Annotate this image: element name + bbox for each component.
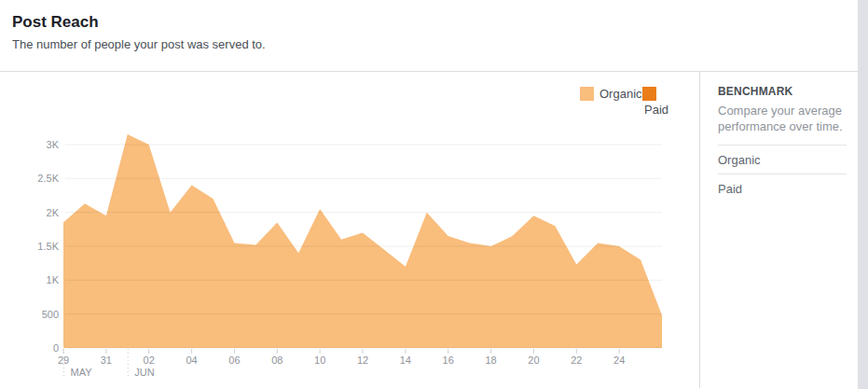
svg-text:10: 10 <box>314 354 325 366</box>
svg-text:3K: 3K <box>47 139 60 150</box>
benchmark-description: Compare your average performance over ti… <box>718 103 847 134</box>
svg-text:0: 0 <box>53 342 59 354</box>
svg-text:08: 08 <box>271 354 282 366</box>
svg-text:18: 18 <box>485 354 496 366</box>
svg-text:31: 31 <box>101 354 112 366</box>
benchmark-title: BENCHMARK <box>718 85 847 98</box>
legend-paid-label[interactable]: Paid <box>644 103 668 117</box>
page-title: Post Reach <box>12 13 858 32</box>
organic-swatch-icon <box>580 87 594 101</box>
post-reach-card: Post Reach The number of people your pos… <box>0 0 858 389</box>
svg-text:02: 02 <box>144 354 155 366</box>
chart-section: 05001K1.5K2K2.5K3K2931020406081012141618… <box>0 72 700 388</box>
svg-text:1.5K: 1.5K <box>37 241 59 252</box>
svg-text:20: 20 <box>528 354 539 366</box>
svg-text:500: 500 <box>42 309 59 320</box>
svg-text:04: 04 <box>186 354 197 366</box>
paid-swatch-icon[interactable] <box>642 87 656 101</box>
svg-text:MAY: MAY <box>71 367 93 378</box>
legend-item-organic[interactable]: Organic <box>580 87 642 101</box>
card-content: 05001K1.5K2K2.5K3K2931020406081012141618… <box>0 72 858 388</box>
svg-text:JUN: JUN <box>134 367 154 378</box>
benchmark-option-organic[interactable]: Organic <box>718 145 847 174</box>
page-subtitle: The number of people your post was serve… <box>12 37 858 51</box>
svg-text:22: 22 <box>571 354 582 366</box>
benchmark-panel: BENCHMARK Compare your average performan… <box>700 72 858 388</box>
svg-text:16: 16 <box>443 354 454 366</box>
legend-organic-label: Organic <box>599 87 642 101</box>
svg-text:14: 14 <box>400 354 411 366</box>
svg-text:2.5K: 2.5K <box>37 173 59 184</box>
card-header: Post Reach The number of people your pos… <box>0 0 858 72</box>
svg-text:06: 06 <box>228 354 240 366</box>
svg-text:12: 12 <box>357 354 368 366</box>
reach-area-chart: 05001K1.5K2K2.5K3K2931020406081012141618… <box>0 72 699 388</box>
benchmark-option-paid[interactable]: Paid <box>718 174 847 202</box>
svg-text:24: 24 <box>613 354 625 366</box>
svg-text:2K: 2K <box>47 207 60 218</box>
svg-text:1K: 1K <box>47 274 60 285</box>
